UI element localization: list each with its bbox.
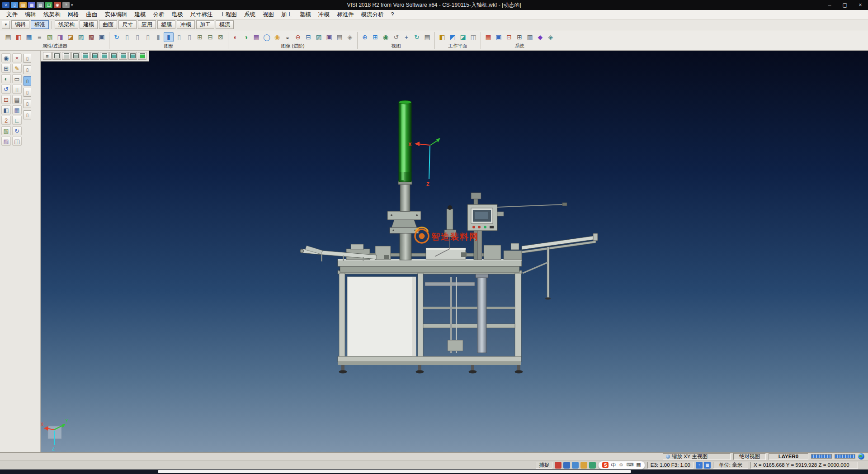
menu-drafting[interactable]: 工程图	[217, 10, 241, 19]
menu-wireframe[interactable]: 线架构	[40, 10, 64, 19]
view-mode-panel[interactable]: 绝对视图	[733, 453, 766, 460]
snap-config-icon[interactable]: ⊡	[504, 32, 514, 42]
grid-toggle-icon[interactable]: ▦	[704, 462, 711, 469]
menu-mold[interactable]: 塑模	[296, 10, 315, 19]
doc-slot-6[interactable]: ▯	[24, 110, 31, 119]
menu-modeling[interactable]: 建模	[131, 10, 150, 19]
properties-panel-icon[interactable]: ▣	[97, 32, 107, 42]
background-color-icon[interactable]: ▨	[314, 32, 324, 42]
menu-view[interactable]: 视图	[259, 10, 278, 19]
view-iso-sw-button[interactable]	[81, 52, 90, 60]
grid-config-icon[interactable]: ⊞	[514, 32, 524, 42]
rotate-ccw-icon[interactable]: ↺	[1, 85, 11, 94]
angle-measure-icon[interactable]: ∟	[12, 116, 22, 125]
tray-app-icon-4[interactable]	[580, 462, 587, 469]
entity-info-icon[interactable]: ⊞	[195, 32, 205, 42]
zoom-window-icon[interactable]: ⊞	[370, 32, 380, 42]
previous-view-icon[interactable]: ↺	[391, 32, 401, 42]
color-table-icon[interactable]: ▦	[483, 32, 493, 42]
window-select-icon[interactable]: ▭	[12, 74, 22, 83]
view-menu-button[interactable]: ≡	[43, 52, 52, 60]
menu-dimensioning[interactable]: 尺寸标注	[187, 10, 217, 19]
new-file-icon[interactable]: ▯	[11, 2, 18, 8]
menu-solid-edit[interactable]: 实体编辑	[101, 10, 131, 19]
visibility-filter-icon[interactable]: ▨	[76, 32, 86, 42]
transparency-icon[interactable]: ◯	[262, 32, 272, 42]
view-manager-icon[interactable]: ▤	[422, 32, 432, 42]
tray-app-icon-5[interactable]	[589, 462, 596, 469]
zoom-extents-icon[interactable]: ⊕	[360, 32, 370, 42]
doc-slot-2[interactable]: ▯	[24, 65, 31, 74]
filter-reset-icon[interactable]: ▩	[86, 32, 96, 42]
image-settings-icon[interactable]: ◈	[345, 32, 355, 42]
plot-icon[interactable]: ◫	[45, 2, 52, 8]
ime-keyboard-icon[interactable]: ⌨	[626, 462, 633, 469]
attributes-copy-icon[interactable]: ⊠	[216, 32, 226, 42]
menu-die[interactable]: 冲模	[315, 10, 333, 19]
view-iso-nw-button[interactable]	[109, 52, 118, 60]
linetype-filter-icon[interactable]: ≡	[34, 32, 44, 42]
tab-standard[interactable]: 标准	[31, 20, 49, 29]
view-back-button[interactable]	[119, 52, 127, 60]
menu-system[interactable]: 系统	[241, 10, 259, 19]
scene-canvas[interactable]: X Z 智造装料网 X	[41, 51, 868, 452]
layer-manager-icon[interactable]: ▦	[12, 105, 22, 114]
color-filter-icon[interactable]: ◧	[14, 32, 24, 42]
print-icon[interactable]: ▧	[37, 2, 44, 8]
ime-emoji-icon[interactable]: ☺	[618, 462, 623, 469]
screen-capture-icon[interactable]: ▣	[324, 32, 334, 42]
dynamic-shade-icon[interactable]: ◐	[231, 32, 241, 42]
redraw-icon[interactable]: ↻	[112, 32, 122, 42]
redo-icon[interactable]: ↻	[12, 126, 22, 135]
shadow-icon[interactable]: ◒	[283, 32, 292, 42]
group-entities-icon[interactable]: ⊟	[205, 32, 215, 42]
selection-filter-icon[interactable]: ◪	[66, 32, 75, 42]
save-icon[interactable]: ▦	[28, 2, 35, 8]
viewport-icon[interactable]: ◫	[12, 137, 22, 146]
sketch-icon[interactable]: ✎	[12, 64, 22, 73]
tab-edit[interactable]: 编辑	[11, 20, 29, 29]
up-arrow-icon[interactable]: ↑	[696, 462, 703, 469]
snap-toggle[interactable]: 捕捉	[536, 462, 552, 469]
doc-slot-4[interactable]: ▯	[24, 88, 31, 97]
menu-mesh[interactable]: 网格	[64, 10, 83, 19]
options-icon[interactable]: ◈	[546, 32, 556, 42]
tab-die[interactable]: 冲模	[177, 20, 195, 29]
material-icon[interactable]: ▨	[1, 137, 11, 146]
wireframe-mode-icon[interactable]: ▯	[174, 32, 184, 42]
entity-list-icon[interactable]: ▤	[12, 95, 22, 104]
green-cylinder[interactable]	[399, 100, 411, 182]
menu-edit[interactable]: 编辑	[21, 10, 40, 19]
ime-lang-toggle[interactable]: 中	[611, 462, 616, 469]
doc-slot-5[interactable]: ▯	[24, 99, 31, 108]
hidden-line-icon[interactable]: ▯	[184, 32, 194, 42]
doc-slot-3[interactable]: ▯	[24, 76, 31, 85]
attr-style-icon[interactable]: ▤	[3, 32, 13, 42]
light-source-icon[interactable]: ◉	[272, 32, 282, 42]
view-bottom-button[interactable]	[128, 52, 137, 60]
tab-machining[interactable]: 加工	[196, 20, 214, 29]
orbit-icon[interactable]: ◐	[1, 74, 11, 83]
help-icon[interactable]: ?	[62, 2, 70, 8]
tray-app-icon-1[interactable]	[555, 462, 561, 469]
rotate-view-icon[interactable]: ↻	[412, 32, 422, 42]
menu-standard-parts[interactable]: 标准件	[333, 10, 358, 19]
view-front-button[interactable]	[52, 52, 61, 60]
tab-dropdown-icon[interactable]: ▼	[2, 21, 10, 29]
select-surface-icon[interactable]: ▯	[143, 32, 153, 42]
tray-app-icon-2[interactable]	[563, 462, 570, 469]
globe-icon[interactable]	[858, 453, 864, 460]
menu-machining[interactable]: 加工	[278, 10, 296, 19]
section-view-icon[interactable]: ⊖	[293, 32, 303, 42]
viewport-3d[interactable]: ≡	[41, 51, 868, 452]
maximize-button[interactable]: ▢	[837, 0, 853, 10]
conveyor-right[interactable]	[522, 233, 598, 300]
app-logo-icon[interactable]: V	[2, 2, 9, 8]
grid-snap-icon[interactable]: ⊞	[1, 64, 11, 73]
element-filter-icon[interactable]: ▧	[45, 32, 55, 42]
view-iso-se-button[interactable]	[90, 52, 99, 60]
tray-app-icon-3[interactable]	[572, 462, 579, 469]
machine-frame[interactable]	[338, 270, 523, 374]
texture-map-icon[interactable]: ▦	[251, 32, 261, 42]
image-export-icon[interactable]: ▤	[335, 32, 344, 42]
